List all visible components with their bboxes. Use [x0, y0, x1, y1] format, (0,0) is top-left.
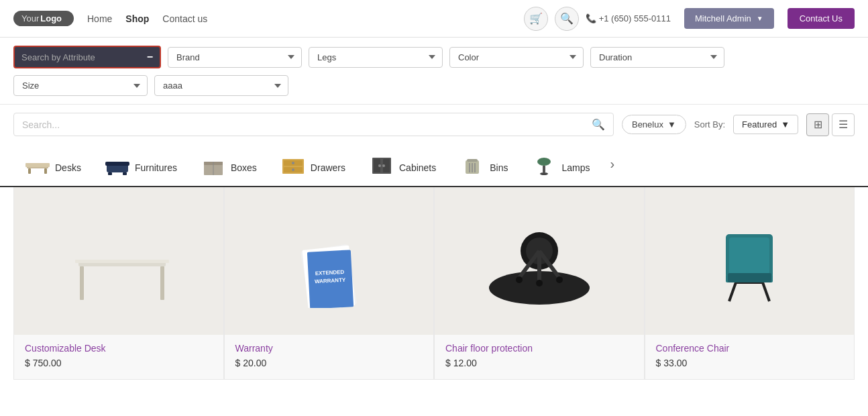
bins-icon [460, 156, 484, 179]
svg-point-45 [556, 276, 563, 283]
filter-tag-chevron-icon: ▼ [667, 119, 676, 129]
category-more-button[interactable]: › [602, 150, 623, 186]
svg-rect-7 [123, 172, 127, 175]
category-row: Desks Furnitures Boxes Drawers Cabinets … [0, 144, 868, 187]
svg-rect-32 [75, 260, 169, 263]
benelux-filter-button[interactable]: Benelux ▼ [622, 115, 686, 134]
search-icon: 🔍 [592, 118, 605, 131]
svg-rect-30 [80, 266, 84, 300]
product-card-chair[interactable]: Conference Chair $ 33.00 [645, 187, 855, 380]
search-by-attribute-box[interactable]: − [13, 46, 161, 68]
product-image-chair [645, 187, 855, 335]
product-info-chair: Conference Chair $ 33.00 [645, 335, 855, 368]
svg-rect-27 [543, 166, 545, 172]
category-drawers[interactable]: Drawers [269, 150, 358, 187]
sort-by-label: Sort By: [694, 119, 725, 129]
svg-rect-6 [108, 172, 112, 175]
search-sort-bar: 🔍 Benelux ▼ Sort By: Featured ▼ ⊞ ☰ [0, 105, 868, 144]
navbar: YourLogo Home Shop Contact us 🛒 🔍 📞 +1 (… [0, 0, 868, 38]
product-info-floor: Chair floor protection $ 12.00 [435, 335, 644, 368]
svg-point-20 [382, 164, 385, 167]
category-boxes[interactable]: Boxes [189, 150, 269, 187]
logo-your: Your [21, 13, 39, 23]
logo-logo: Logo [40, 13, 62, 23]
desks-icon [25, 156, 50, 179]
color-select[interactable]: Color [449, 47, 584, 68]
svg-rect-22 [467, 159, 478, 162]
product-card-desk[interactable]: Customizable Desk $ 750.00 [13, 187, 224, 380]
grid-view-button[interactable]: ⊞ [806, 113, 829, 136]
brand-select[interactable]: Brand [168, 47, 302, 68]
aaaa-select[interactable]: aaaa [154, 75, 288, 96]
product-name-warranty: Warranty [235, 343, 423, 354]
filter-bar: − Brand Legs Color Duration Size aaaa [0, 38, 868, 105]
svg-rect-2 [44, 168, 47, 174]
category-desks-label: Desks [55, 162, 81, 173]
list-view-button[interactable]: ☰ [832, 113, 855, 136]
product-price-floor: $ 12.00 [445, 358, 633, 368]
svg-rect-53 [728, 273, 771, 282]
product-name-floor: Chair floor protection [445, 343, 633, 354]
product-grid: Customizable Desk $ 750.00 EXTENDED WARR… [0, 187, 868, 393]
svg-line-51 [763, 282, 769, 301]
duration-select[interactable]: Duration [590, 47, 724, 68]
svg-rect-3 [25, 163, 50, 167]
view-toggle: ⊞ ☰ [806, 113, 855, 136]
filter-tag-label: Benelux [632, 119, 663, 129]
category-boxes-label: Boxes [231, 162, 257, 173]
category-cabinets[interactable]: Cabinets [358, 150, 448, 187]
nav-contact[interactable]: Contact us [162, 13, 207, 24]
sort-chevron-icon: ▼ [781, 119, 790, 129]
svg-point-26 [537, 158, 551, 166]
category-desks[interactable]: Desks [13, 150, 93, 187]
sort-featured-button[interactable]: Featured ▼ [733, 115, 798, 134]
svg-line-50 [729, 282, 736, 301]
product-image-desk [14, 187, 223, 335]
search-input[interactable] [22, 119, 586, 130]
phone-number: 📞 +1 (650) 555-0111 [586, 13, 671, 23]
contact-us-button[interactable]: Contact Us [788, 8, 855, 29]
product-price-warranty: $ 20.00 [235, 358, 423, 368]
svg-point-28 [540, 172, 548, 175]
svg-point-14 [292, 162, 294, 164]
legs-select[interactable]: Legs [309, 47, 443, 68]
product-image-warranty: EXTENDED WARRANTY [225, 187, 434, 335]
category-bins-label: Bins [490, 162, 508, 173]
boxes-icon [201, 156, 225, 179]
search-wrap[interactable]: 🔍 [13, 113, 614, 136]
search-by-attribute-input[interactable] [21, 52, 142, 62]
nav-home[interactable]: Home [87, 13, 112, 24]
product-price-desk: $ 750.00 [25, 358, 213, 368]
nav-links: Home Shop Contact us [87, 13, 207, 24]
logo[interactable]: YourLogo [13, 11, 74, 26]
svg-rect-31 [160, 266, 164, 300]
lamps-icon [532, 156, 556, 179]
size-select[interactable]: Size [13, 75, 148, 96]
svg-rect-48 [729, 238, 769, 274]
category-furnitures[interactable]: Furnitures [93, 150, 189, 187]
product-name-chair: Conference Chair [656, 343, 844, 354]
category-lamps[interactable]: Lamps [520, 150, 602, 187]
category-cabinets-label: Cabinets [399, 162, 436, 173]
product-price-chair: $ 33.00 [656, 358, 844, 368]
product-card-warranty[interactable]: EXTENDED WARRANTY Warranty $ 20.00 [224, 187, 435, 380]
cart-icon-button[interactable]: 🛒 [524, 7, 548, 31]
svg-point-46 [536, 280, 543, 287]
minus-icon[interactable]: − [147, 51, 153, 63]
nav-shop[interactable]: Shop [125, 13, 149, 24]
svg-rect-5 [105, 162, 129, 166]
category-furnitures-label: Furnitures [135, 162, 177, 173]
product-info-warranty: Warranty $ 20.00 [225, 335, 434, 368]
svg-point-19 [378, 164, 381, 167]
product-name-desk: Customizable Desk [25, 343, 213, 354]
product-card-floor[interactable]: Chair floor protection $ 12.00 [434, 187, 645, 380]
category-drawers-label: Drawers [311, 162, 345, 173]
category-bins[interactable]: Bins [448, 150, 520, 187]
cabinets-icon [370, 156, 394, 179]
svg-point-44 [516, 276, 523, 283]
furnitures-icon [105, 156, 129, 179]
admin-button[interactable]: Mitchell Admin ▼ [684, 8, 774, 29]
svg-point-15 [292, 168, 294, 171]
search-icon-button[interactable]: 🔍 [555, 7, 579, 31]
nav-icons: 🛒 🔍 📞 +1 (650) 555-0111 [524, 7, 671, 31]
